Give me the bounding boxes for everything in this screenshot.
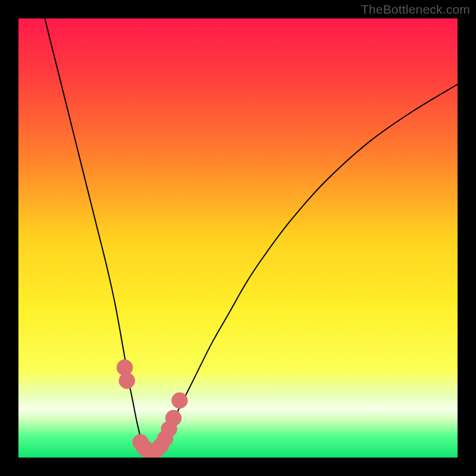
plot-area bbox=[18, 18, 458, 458]
bottleneck-curve-path bbox=[45, 18, 458, 454]
chart-frame: TheBottleneck.com bbox=[0, 0, 476, 476]
curve-layer bbox=[18, 18, 458, 458]
curve-marker bbox=[172, 393, 188, 409]
curve-marker bbox=[165, 410, 181, 426]
marker-group bbox=[117, 359, 187, 458]
curve-marker bbox=[119, 373, 135, 389]
watermark-text: TheBottleneck.com bbox=[361, 2, 470, 17]
